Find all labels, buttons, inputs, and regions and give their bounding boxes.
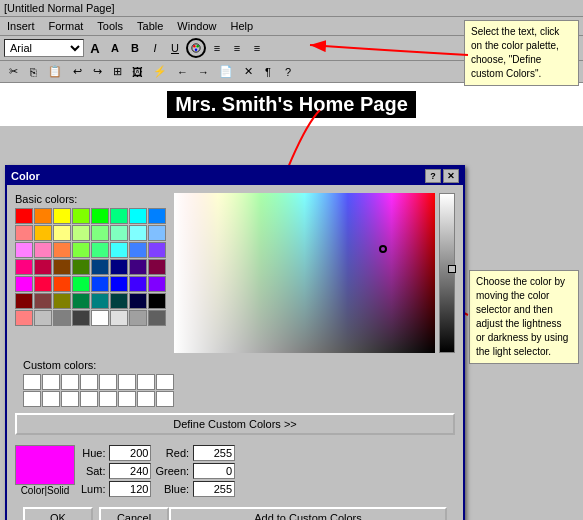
basic-color-cell[interactable]	[148, 276, 166, 292]
dialog-help-btn[interactable]: ?	[425, 169, 441, 183]
basic-color-cell[interactable]	[53, 242, 71, 258]
basic-color-cell[interactable]	[15, 225, 33, 241]
custom-color-cell[interactable]	[156, 391, 174, 407]
color-spectrum[interactable]	[174, 193, 435, 353]
basic-color-cell[interactable]	[53, 259, 71, 275]
custom-color-cell[interactable]	[80, 391, 98, 407]
basic-color-cell[interactable]	[15, 293, 33, 309]
menu-format[interactable]: Format	[46, 19, 87, 33]
basic-color-cell[interactable]	[110, 225, 128, 241]
copy-btn[interactable]: ⎘	[24, 64, 42, 80]
menu-tools[interactable]: Tools	[94, 19, 126, 33]
custom-color-cell[interactable]	[137, 374, 155, 390]
basic-color-cell[interactable]	[129, 208, 147, 224]
basic-color-cell[interactable]	[91, 242, 109, 258]
help-btn2[interactable]: ?	[279, 64, 297, 80]
cut-btn[interactable]: ✂	[4, 63, 22, 80]
basic-color-cell[interactable]	[15, 242, 33, 258]
stop-btn[interactable]: ✕	[239, 63, 257, 80]
color-palette-btn[interactable]	[186, 38, 206, 58]
basic-color-cell[interactable]	[148, 225, 166, 241]
basic-color-cell[interactable]	[53, 293, 71, 309]
forward-btn[interactable]: →	[194, 64, 213, 80]
font-size-btn[interactable]: A	[86, 39, 104, 58]
lightness-bar[interactable]	[439, 193, 455, 353]
add-custom-btn[interactable]: Add to Custom Colors	[169, 507, 447, 520]
table-btn[interactable]: ⊞	[108, 63, 126, 80]
custom-color-cell[interactable]	[42, 391, 60, 407]
custom-color-cell[interactable]	[23, 374, 41, 390]
basic-color-cell[interactable]	[129, 225, 147, 241]
basic-color-cell[interactable]	[53, 208, 71, 224]
basic-color-cell[interactable]	[110, 259, 128, 275]
spectrum-gradient[interactable]	[174, 193, 435, 353]
basic-color-cell[interactable]	[72, 225, 90, 241]
basic-color-cell[interactable]	[148, 293, 166, 309]
plugin-btn[interactable]: ⚡	[149, 63, 171, 80]
basic-color-cell[interactable]	[53, 276, 71, 292]
basic-color-cell[interactable]	[53, 225, 71, 241]
basic-color-cell[interactable]	[129, 259, 147, 275]
lightness-slider[interactable]	[448, 265, 456, 273]
basic-color-cell[interactable]	[34, 208, 52, 224]
basic-color-cell[interactable]	[129, 276, 147, 292]
menu-table[interactable]: Table	[134, 19, 166, 33]
basic-color-cell[interactable]	[148, 208, 166, 224]
custom-color-cell[interactable]	[23, 391, 41, 407]
basic-color-cell[interactable]	[72, 293, 90, 309]
custom-color-cell[interactable]	[61, 391, 79, 407]
custom-color-cell[interactable]	[99, 391, 117, 407]
basic-color-cell[interactable]	[110, 208, 128, 224]
menu-window[interactable]: Window	[174, 19, 219, 33]
cancel-btn[interactable]: Cancel	[99, 507, 169, 520]
basic-color-cell[interactable]	[91, 276, 109, 292]
doc-btn[interactable]: 📄	[215, 63, 237, 80]
custom-color-cell[interactable]	[118, 374, 136, 390]
bold-btn[interactable]: B	[126, 40, 144, 56]
custom-color-cell[interactable]	[61, 374, 79, 390]
redo-btn[interactable]: ↪	[88, 63, 106, 80]
basic-color-cell[interactable]	[34, 225, 52, 241]
basic-color-cell[interactable]	[91, 259, 109, 275]
basic-color-cell[interactable]	[91, 225, 109, 241]
paragraph-btn[interactable]: ¶	[259, 64, 277, 80]
basic-color-cell[interactable]	[148, 259, 166, 275]
custom-color-cell[interactable]	[42, 374, 60, 390]
lum-input[interactable]	[109, 481, 151, 497]
basic-color-cell[interactable]	[72, 310, 90, 326]
basic-color-cell[interactable]	[91, 293, 109, 309]
underline-btn[interactable]: U	[166, 40, 184, 56]
basic-color-cell[interactable]	[129, 293, 147, 309]
basic-color-cell[interactable]	[91, 208, 109, 224]
font-selector[interactable]: Arial	[4, 39, 84, 57]
basic-color-cell[interactable]	[15, 208, 33, 224]
basic-color-cell[interactable]	[34, 242, 52, 258]
basic-color-cell[interactable]	[148, 242, 166, 258]
align-right-btn[interactable]: ≡	[248, 40, 266, 56]
sat-input[interactable]	[109, 463, 151, 479]
custom-color-cell[interactable]	[99, 374, 117, 390]
basic-color-cell[interactable]	[72, 259, 90, 275]
blue-input[interactable]	[193, 481, 235, 497]
ok-btn[interactable]: OK	[23, 507, 93, 520]
basic-color-cell[interactable]	[91, 310, 109, 326]
align-center-btn[interactable]: ≡	[228, 40, 246, 56]
undo-btn[interactable]: ↩	[68, 63, 86, 80]
custom-color-cell[interactable]	[156, 374, 174, 390]
basic-color-cell[interactable]	[148, 310, 166, 326]
basic-color-cell[interactable]	[110, 242, 128, 258]
basic-color-cell[interactable]	[72, 276, 90, 292]
basic-color-cell[interactable]	[15, 276, 33, 292]
custom-color-cell[interactable]	[137, 391, 155, 407]
basic-color-cell[interactable]	[34, 259, 52, 275]
basic-color-cell[interactable]	[53, 310, 71, 326]
dialog-close-btn[interactable]: ✕	[443, 169, 459, 183]
basic-color-cell[interactable]	[110, 276, 128, 292]
image-btn[interactable]: 🖼	[128, 64, 147, 80]
define-custom-btn[interactable]: Define Custom Colors >>	[15, 413, 455, 435]
hue-input[interactable]	[109, 445, 151, 461]
menu-help[interactable]: Help	[227, 19, 256, 33]
basic-color-cell[interactable]	[15, 310, 33, 326]
green-input[interactable]	[193, 463, 235, 479]
basic-color-cell[interactable]	[72, 242, 90, 258]
